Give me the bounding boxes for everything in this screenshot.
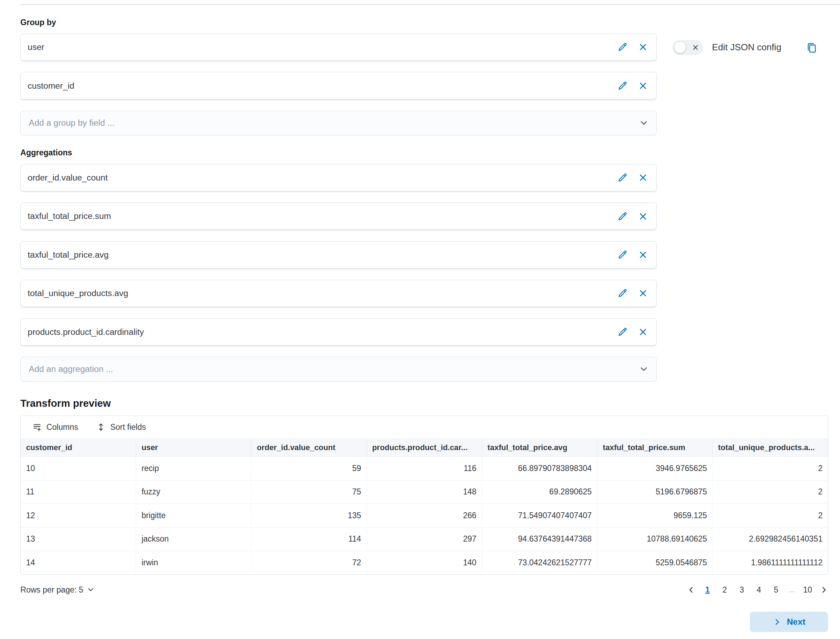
group-by-heading: Group by	[20, 18, 828, 27]
sort-fields-button[interactable]: Sort fields	[96, 423, 146, 432]
table-row: 13 jackson 114 297 94.63764391447368 107…	[21, 527, 828, 551]
remove-aggregation-button[interactable]	[638, 288, 648, 298]
close-icon	[638, 211, 648, 221]
aggregation-item: products.product_id.cardinality	[20, 318, 657, 346]
cell: 140	[367, 551, 482, 575]
columns-button[interactable]: Columns	[32, 423, 78, 432]
cell: 297	[367, 527, 482, 551]
cell: 2	[713, 504, 828, 528]
pencil-icon	[618, 250, 628, 260]
table-row: 14 irwin 72 140 73.04242621527777 5259.0…	[21, 551, 828, 575]
aggregation-item-label: products.product_id.cardinality	[28, 327, 618, 337]
aggregation-item-label: total_unique_products.avg	[28, 288, 618, 298]
preview-data-grid: customer_id user order_id.value_count pr…	[21, 439, 828, 575]
group-by-item-label: customer_id	[28, 81, 618, 91]
page-button-10[interactable]: 10	[803, 584, 813, 596]
close-icon	[638, 81, 648, 91]
remove-aggregation-button[interactable]	[638, 173, 648, 183]
page-button-4[interactable]: 4	[754, 584, 764, 596]
edit-aggregation-button[interactable]	[618, 250, 628, 260]
chevron-down-icon	[87, 586, 94, 593]
transform-preview-title: Transform preview	[20, 398, 828, 409]
aggregation-item-label: taxful_total_price.avg	[28, 250, 618, 260]
preview-table: Columns Sort fields customer_id user ord…	[20, 415, 828, 575]
aggregations-heading: Aggregations	[20, 148, 828, 157]
edit-aggregation-button[interactable]	[618, 327, 628, 337]
aggregation-item: order_id.value_count	[20, 164, 657, 191]
cell: 69.2890625	[482, 480, 597, 504]
edit-group-by-button[interactable]	[618, 42, 628, 52]
add-group-by-placeholder: Add a group by field ...	[29, 118, 114, 128]
pencil-icon	[618, 211, 628, 221]
cell: 72	[251, 551, 367, 575]
cell: 13	[21, 527, 136, 551]
column-header: customer_id	[21, 439, 136, 457]
sort-icon	[96, 423, 105, 432]
edit-aggregation-button[interactable]	[618, 173, 628, 183]
aggregation-item-label: order_id.value_count	[28, 173, 618, 183]
column-header: taxful_total_price.avg	[482, 439, 597, 457]
cell: 14	[21, 551, 136, 575]
aggregation-item-label: taxful_total_price.sum	[28, 211, 618, 221]
cell: 3946.9765625	[597, 457, 713, 480]
pencil-icon	[618, 42, 628, 52]
cell: jackson	[136, 527, 251, 551]
group-by-item-label: user	[28, 42, 618, 52]
close-icon	[638, 327, 648, 337]
add-group-by-select[interactable]: Add a group by field ...	[20, 111, 657, 135]
close-icon	[638, 42, 648, 52]
cell: fuzzy	[136, 480, 251, 504]
cell: 2	[713, 457, 828, 480]
previous-page-button[interactable]	[687, 586, 696, 594]
cell: irwin	[136, 551, 251, 575]
edit-aggregation-button[interactable]	[618, 288, 628, 298]
cell: recip	[136, 457, 251, 480]
pencil-icon	[618, 81, 628, 91]
cell: 94.63764391447368	[482, 527, 597, 551]
chevron-down-icon	[639, 118, 648, 127]
remove-group-by-button[interactable]	[638, 42, 648, 52]
edit-group-by-button[interactable]	[618, 81, 628, 91]
page-button-3[interactable]: 3	[737, 584, 747, 596]
cell: 135	[251, 504, 367, 528]
next-step-button[interactable]: Next	[750, 612, 828, 632]
group-by-item: user	[20, 33, 657, 61]
preview-toolbar: Columns Sort fields	[21, 416, 828, 438]
remove-aggregation-button[interactable]	[638, 327, 648, 337]
page-button-5[interactable]: 5	[771, 584, 781, 596]
chevron-left-icon	[687, 586, 696, 594]
rows-per-page-button[interactable]: Rows per page: 5	[20, 585, 94, 594]
column-header: order_id.value_count	[251, 439, 367, 457]
aggregation-item: taxful_total_price.avg	[20, 241, 657, 269]
cell: 59	[251, 457, 367, 480]
cell: 10788.69140625	[597, 527, 713, 551]
remove-aggregation-button[interactable]	[638, 250, 648, 260]
chevron-right-icon	[773, 618, 782, 626]
cell: 73.04242621527777	[482, 551, 597, 575]
add-aggregation-select[interactable]: Add an aggregation ...	[20, 357, 657, 381]
remove-group-by-button[interactable]	[638, 81, 648, 91]
next-page-button[interactable]	[820, 586, 829, 594]
cell: brigitte	[136, 504, 251, 528]
table-row: 11 fuzzy 75 148 69.2890625 5196.6796875 …	[21, 480, 828, 504]
aggregation-item: total_unique_products.avg	[20, 280, 657, 307]
cell: 5196.6796875	[597, 480, 713, 504]
page-button-2[interactable]: 2	[719, 584, 730, 596]
remove-aggregation-button[interactable]	[638, 211, 648, 221]
page-button-1[interactable]: 1	[702, 584, 713, 596]
column-header: taxful_total_price.sum	[597, 439, 713, 457]
cell: 2	[713, 480, 828, 504]
cell: 75	[251, 480, 367, 504]
pagination-ellipsis: ...	[788, 586, 795, 594]
edit-aggregation-button[interactable]	[618, 211, 628, 221]
table-row: 12 brigitte 135 266 71.54907407407407 96…	[21, 504, 828, 528]
rows-per-page-label: Rows per page: 5	[20, 585, 83, 594]
chevron-down-icon	[639, 364, 648, 374]
close-icon	[638, 288, 648, 298]
column-header: products.product_id.car...	[367, 439, 482, 457]
table-footer: Rows per page: 5 1 2 3 4 5 ... 10	[20, 582, 828, 598]
cell: 66.89790783898304	[482, 457, 597, 480]
add-aggregation-placeholder: Add an aggregation ...	[29, 364, 113, 374]
wizard-actions: Next	[20, 612, 828, 632]
columns-icon	[32, 423, 41, 432]
